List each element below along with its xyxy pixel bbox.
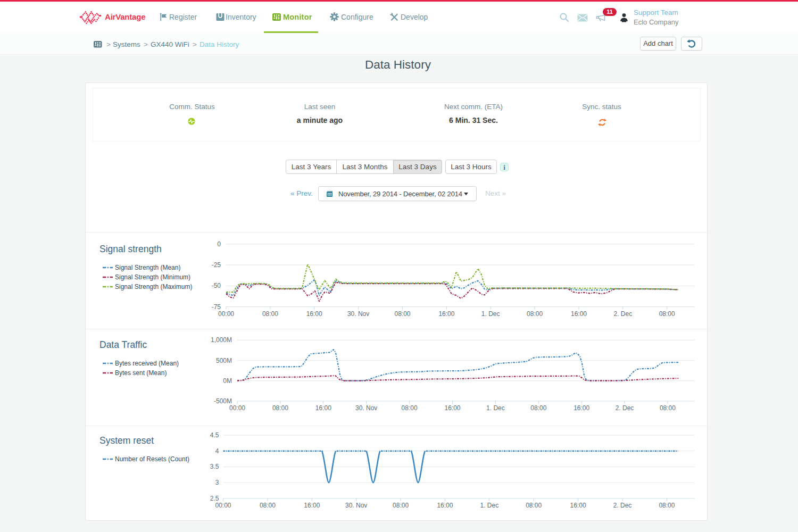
svg-text:-50: -50: [212, 282, 221, 289]
svg-text:16:00: 16:00: [306, 310, 322, 318]
svg-text:2. Dec: 2. Dec: [613, 310, 632, 318]
svg-text:1,000M: 1,000M: [211, 336, 232, 344]
svg-text:00:00: 00:00: [218, 310, 234, 318]
svg-text:16:00: 16:00: [304, 502, 320, 509]
svg-text:08:00: 08:00: [526, 502, 542, 509]
svg-text:30. Nov: 30. Nov: [347, 310, 369, 318]
svg-text:30. Nov: 30. Nov: [355, 404, 377, 412]
svg-text:08:00: 08:00: [527, 310, 543, 318]
svg-text:08:00: 08:00: [402, 404, 418, 412]
svg-text:08:00: 08:00: [659, 502, 675, 509]
svg-text:08:00: 08:00: [659, 310, 675, 318]
svg-text:08:00: 08:00: [530, 404, 546, 412]
svg-text:4: 4: [215, 447, 219, 455]
svg-text:3: 3: [215, 479, 219, 486]
svg-text:08:00: 08:00: [660, 404, 676, 412]
svg-text:16:00: 16:00: [444, 404, 460, 412]
svg-text:08:00: 08:00: [394, 310, 410, 318]
svg-text:500M: 500M: [216, 357, 232, 364]
svg-text:2. Dec: 2. Dec: [616, 404, 634, 412]
svg-text:4.5: 4.5: [210, 431, 219, 439]
svg-text:16:00: 16:00: [438, 310, 454, 318]
svg-text:2.5: 2.5: [210, 495, 219, 502]
svg-text:2. Dec: 2. Dec: [613, 502, 632, 509]
svg-text:3.5: 3.5: [210, 463, 219, 470]
svg-text:08:00: 08:00: [393, 502, 409, 509]
svg-text:30. Nov: 30. Nov: [345, 502, 367, 509]
svg-text:1. Dec: 1. Dec: [480, 502, 498, 509]
svg-text:0: 0: [217, 240, 221, 248]
svg-text:16:00: 16:00: [570, 502, 586, 509]
svg-text:00:00: 00:00: [229, 404, 245, 412]
svg-text:08:00: 08:00: [262, 310, 278, 318]
svg-text:-25: -25: [212, 261, 221, 269]
svg-text:1. Dec: 1. Dec: [486, 404, 505, 412]
svg-text:00:00: 00:00: [215, 502, 231, 509]
svg-text:08:00: 08:00: [272, 404, 288, 412]
svg-text:1. Dec: 1. Dec: [481, 310, 500, 318]
svg-text:-500M: -500M: [214, 397, 232, 405]
svg-text:0M: 0M: [223, 377, 232, 385]
svg-text:16:00: 16:00: [571, 310, 587, 318]
svg-text:-75: -75: [212, 303, 221, 311]
svg-text:16:00: 16:00: [437, 502, 453, 509]
svg-text:16:00: 16:00: [315, 404, 331, 412]
svg-text:16:00: 16:00: [573, 404, 589, 412]
svg-text:08:00: 08:00: [260, 502, 276, 509]
